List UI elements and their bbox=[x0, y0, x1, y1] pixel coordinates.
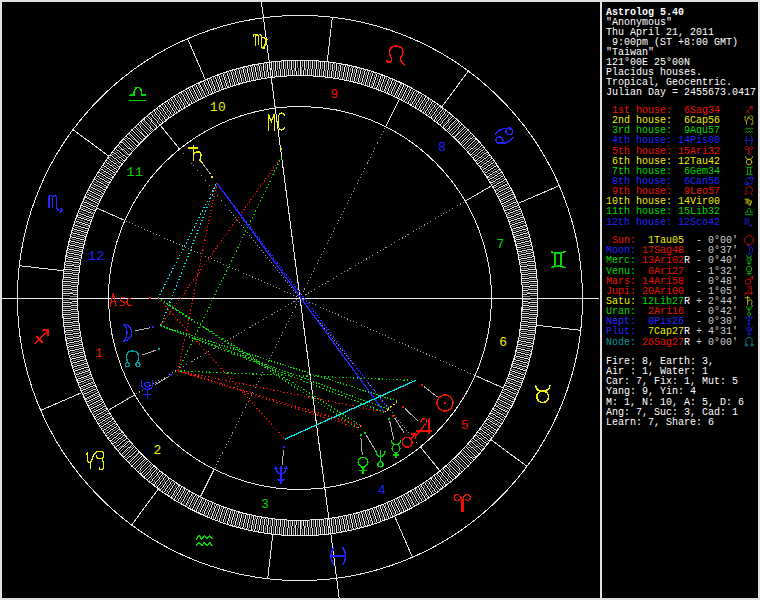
svg-text:2: 2 bbox=[154, 443, 162, 458]
svg-text:+ 0°00': + 0°00' bbox=[690, 337, 738, 348]
svg-text:Julian Day = 2455673.0417: Julian Day = 2455673.0417 bbox=[606, 87, 756, 98]
svg-text:4: 4 bbox=[378, 483, 386, 498]
svg-text:1: 1 bbox=[95, 346, 103, 361]
svg-text:6: 6 bbox=[499, 335, 507, 350]
svg-text:9: 9 bbox=[330, 87, 338, 102]
svg-text:5: 5 bbox=[461, 418, 469, 433]
svg-text:26Sag27: 26Sag27 bbox=[642, 337, 684, 348]
svg-text:7: 7 bbox=[496, 237, 504, 252]
svg-text:12: 12 bbox=[88, 249, 105, 264]
svg-text:10: 10 bbox=[210, 100, 227, 115]
svg-text:3: 3 bbox=[261, 497, 269, 512]
svg-text:8: 8 bbox=[438, 140, 446, 155]
svg-text:12th house: 12Sco42: 12th house: 12Sco42 bbox=[606, 217, 720, 228]
svg-text:Learn: 7, Share: 6: Learn: 7, Share: 6 bbox=[606, 417, 714, 428]
svg-text:Node:: Node: bbox=[606, 337, 636, 348]
svg-text:11: 11 bbox=[126, 165, 143, 180]
